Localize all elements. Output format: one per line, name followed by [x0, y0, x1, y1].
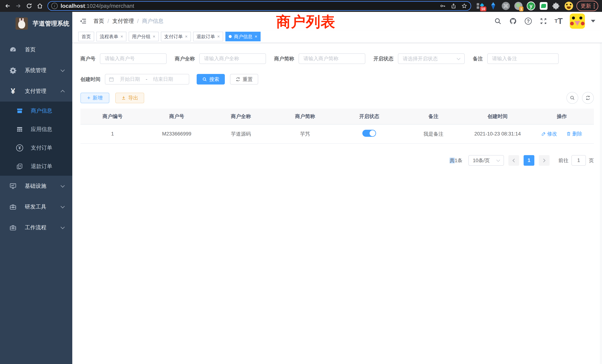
- table-row: 1 M233666999 芋道源码 芋艿 我是备注 2021-10-23 08:…: [80, 124, 594, 143]
- extensions-puzzle-icon[interactable]: [552, 2, 560, 10]
- browser-reload-button[interactable]: [24, 1, 34, 11]
- header-search-icon[interactable]: [494, 17, 502, 25]
- site-info-icon[interactable]: i: [51, 3, 58, 9]
- merchant-no-label: 商户号: [80, 55, 96, 62]
- col-actions: 操作: [530, 109, 594, 124]
- sidebar-item-app-info[interactable]: 应用信息: [0, 120, 72, 139]
- app-title: 芋道管理系统: [33, 20, 69, 28]
- extension-strip: 10 ⌘ 1 y: [474, 2, 576, 10]
- prev-page-button[interactable]: [508, 155, 519, 166]
- password-key-icon[interactable]: [440, 3, 446, 9]
- refresh-table-button[interactable]: [582, 92, 594, 104]
- sidebar-item-label: 系统管理: [25, 67, 61, 74]
- close-icon[interactable]: ×: [185, 34, 188, 39]
- tab-user-group[interactable]: 用户分组 ×: [129, 32, 159, 41]
- extension-command-icon[interactable]: ⌘: [502, 2, 510, 10]
- address-bar[interactable]: i localhost:1024/pay/merchant: [47, 1, 471, 11]
- breadcrumb: 首页 / 支付管理 / 商户信息: [93, 17, 163, 25]
- avatar-caret-icon[interactable]: [591, 20, 595, 22]
- font-size-icon[interactable]: TT: [555, 17, 563, 25]
- browser-back-button[interactable]: [3, 1, 13, 11]
- sidebar-item-label: 支付订单: [31, 144, 52, 152]
- cell-create-time: 2021-10-23 08:31:14: [466, 124, 530, 143]
- browser-forward-button[interactable]: [13, 1, 23, 11]
- sidebar-toggle-button[interactable]: [79, 17, 87, 25]
- fullscreen-icon[interactable]: [539, 17, 548, 25]
- sidebar-item-refund-order[interactable]: 退款订单: [0, 157, 72, 176]
- total-count: 共1条: [450, 157, 462, 164]
- update-label: 更新: [581, 2, 591, 10]
- help-icon[interactable]: ?: [524, 17, 532, 25]
- extension-smiley-icon[interactable]: [565, 2, 573, 10]
- full-name-input[interactable]: [199, 53, 266, 64]
- grid-icon: [16, 126, 23, 133]
- date-range-picker[interactable]: -: [105, 74, 189, 85]
- info-glyph: i: [54, 4, 55, 8]
- cell-full-name: 芋道源码: [209, 124, 273, 143]
- active-dot: [229, 35, 232, 38]
- extension-tampermonkey-icon[interactable]: 10: [476, 2, 485, 10]
- sidebar-item-pay-order[interactable]: ¥ 支付订单: [0, 139, 72, 157]
- col-status: 开启状态: [337, 109, 401, 124]
- browser-home-button[interactable]: [35, 1, 45, 11]
- reset-button[interactable]: 重置: [230, 74, 258, 85]
- show-search-toggle-button[interactable]: [566, 92, 578, 104]
- share-icon[interactable]: [451, 3, 456, 9]
- col-create-time: 创建时间: [466, 109, 530, 124]
- tab-refund-order[interactable]: 退款订单 ×: [193, 32, 223, 41]
- delete-link[interactable]: 删除: [566, 130, 582, 137]
- tab-pay-order[interactable]: 支付订单 ×: [161, 32, 191, 41]
- tab-process-form[interactable]: 流程表单 ×: [96, 32, 126, 41]
- sidebar-item-label: 基础设施: [25, 182, 61, 190]
- bookmark-star-icon[interactable]: [461, 3, 467, 9]
- goto-label: 前往: [559, 157, 569, 164]
- tab-merchant-info[interactable]: 商户信息 ×: [225, 32, 261, 41]
- sidebar-item-devtools[interactable]: 研发工具: [0, 196, 72, 217]
- sidebar-item-label: 首页: [25, 46, 64, 53]
- breadcrumb-pay[interactable]: 支付管理: [112, 17, 134, 25]
- export-button[interactable]: 导出: [115, 93, 144, 103]
- tab-home[interactable]: 首页: [78, 32, 94, 41]
- sidebar-item-system[interactable]: 系统管理: [0, 60, 72, 81]
- close-icon[interactable]: ×: [255, 34, 257, 39]
- browser-menu-icon[interactable]: [594, 3, 595, 9]
- extension-kite-icon[interactable]: [489, 2, 497, 10]
- browser-update-button[interactable]: 更新: [576, 1, 598, 11]
- toolbox-icon: [9, 203, 17, 211]
- app-logo[interactable]: 芋道管理系统: [0, 12, 72, 34]
- short-name-input[interactable]: [299, 53, 365, 64]
- close-icon[interactable]: ×: [120, 34, 123, 39]
- remark-input[interactable]: [487, 53, 559, 64]
- status-select[interactable]: 请选择开启状态: [398, 53, 465, 64]
- sidebar-item-home[interactable]: 首页: [0, 39, 72, 60]
- sidebar-item-workflow[interactable]: 工作流程: [0, 217, 72, 238]
- col-merchant-id: 商户编号: [80, 109, 145, 124]
- avatar[interactable]: [570, 13, 585, 29]
- breadcrumb-home[interactable]: 首页: [93, 17, 104, 25]
- close-icon[interactable]: ×: [217, 34, 220, 39]
- shop-icon: [16, 107, 23, 115]
- scrollbar[interactable]: [600, 43, 602, 364]
- extension-chat-icon[interactable]: [539, 2, 548, 10]
- edit-link[interactable]: 修改: [541, 130, 557, 137]
- sidebar-item-infra[interactable]: 基础设施: [0, 176, 72, 196]
- close-icon[interactable]: ×: [153, 34, 155, 39]
- extension-y-icon[interactable]: y: [527, 2, 535, 10]
- goto-page-input[interactable]: [571, 155, 586, 166]
- plus-icon: +: [87, 95, 90, 101]
- monitor-chart-icon: [9, 182, 17, 190]
- merchant-no-input[interactable]: [100, 53, 167, 64]
- date-start-input[interactable]: [116, 76, 144, 82]
- next-page-button[interactable]: [539, 155, 549, 166]
- date-end-input[interactable]: [149, 76, 177, 82]
- status-toggle[interactable]: [362, 130, 376, 137]
- add-button[interactable]: + 新增: [80, 93, 109, 103]
- page-1-button[interactable]: 1: [524, 155, 534, 166]
- sidebar-item-label: 退款订单: [31, 163, 52, 170]
- search-button[interactable]: 搜索: [197, 74, 225, 85]
- sidebar-item-merchant-info[interactable]: 商户信息: [0, 102, 72, 120]
- extension-proxy-icon[interactable]: 1: [514, 2, 523, 10]
- github-icon[interactable]: [509, 17, 517, 25]
- sidebar-item-pay[interactable]: ¥ 支付管理: [0, 81, 72, 102]
- page-size-select[interactable]: 10条/页: [468, 155, 504, 166]
